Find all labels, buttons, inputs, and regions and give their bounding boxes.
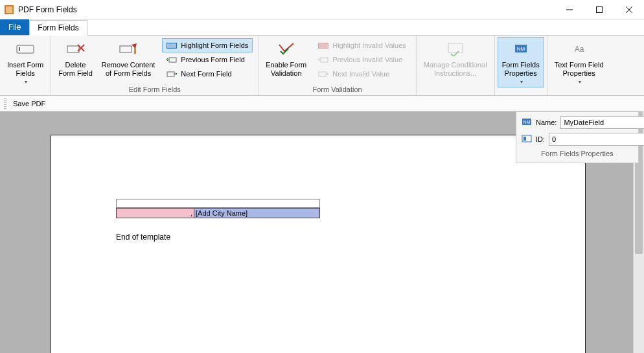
tab-file[interactable]: File — [0, 19, 29, 35]
end-of-template-text: End of template — [116, 233, 170, 242]
delete-form-field-button[interactable]: Delete Form Field — [54, 37, 97, 80]
insert-form-fields-button[interactable]: Insert Form Fields ▾ — [3, 37, 48, 87]
name-property-icon: NM — [522, 117, 532, 128]
properties-panel-title: Form Fields Properties — [522, 150, 633, 157]
svg-rect-15 — [167, 72, 174, 76]
remove-content-icon — [118, 39, 139, 60]
chevron-down-icon: ▾ — [579, 79, 581, 85]
svg-rect-14 — [169, 58, 176, 62]
svg-text:Aa: Aa — [574, 45, 584, 54]
form-field-city-part[interactable]: [Add City Name] — [194, 209, 319, 218]
form-fields-properties-icon: NM — [511, 39, 531, 60]
svg-rect-1 — [6, 6, 12, 13]
highlight-invalid-values-icon — [318, 40, 328, 51]
svg-text:NM: NM — [516, 46, 525, 52]
svg-rect-17 — [321, 58, 328, 62]
document-workspace: , [Add City Name] End of template NM Nam… — [0, 111, 644, 353]
form-field-date-part[interactable]: , — [117, 209, 194, 218]
svg-rect-18 — [319, 72, 326, 76]
text-form-field-properties-button[interactable]: Aa Text Form Field Properties ▾ — [550, 37, 608, 87]
next-invalid-value-icon — [318, 69, 328, 79]
ribbon: Insert Form Fields ▾ Delete Form Field R… — [0, 35, 644, 96]
form-field-row: , [Add City Name] — [116, 199, 320, 218]
toolbar-gripper — [4, 98, 6, 109]
minimize-button[interactable] — [555, 0, 584, 19]
highlight-form-fields-icon — [167, 40, 177, 51]
form-fields-properties-panel: NM Name: ID: Form Fields Properties — [516, 111, 639, 163]
svg-rect-19 — [448, 43, 463, 52]
previous-form-field-icon — [167, 54, 177, 65]
next-invalid-value-button[interactable]: Next Invalid Value — [314, 67, 411, 81]
enable-form-validation-button[interactable]: Enable Form Validation — [261, 37, 311, 80]
previous-invalid-value-icon — [318, 54, 328, 65]
svg-rect-3 — [597, 6, 603, 12]
delete-form-field-icon — [65, 39, 86, 60]
remove-content-button[interactable]: Remove Content of Form Fields — [97, 37, 160, 80]
svg-text:NM: NM — [523, 120, 531, 124]
manage-conditional-instructions-button[interactable]: Manage Conditional Instructions... — [419, 37, 492, 80]
svg-rect-13 — [167, 43, 177, 49]
next-form-field-icon — [167, 69, 177, 79]
name-property-input[interactable] — [560, 116, 644, 129]
insert-form-fields-icon — [15, 39, 36, 60]
chevron-down-icon: ▾ — [25, 79, 27, 85]
form-fields-properties-button[interactable]: NM Form Fields Properties ▾ — [498, 37, 544, 87]
title-bar: PDF Form Fields — [0, 0, 644, 19]
svg-rect-11 — [120, 46, 132, 52]
id-property-input[interactable] — [549, 133, 644, 146]
previous-invalid-value-button[interactable]: Previous Invalid Value — [314, 52, 411, 67]
pdf-page[interactable]: , [Add City Name] End of template — [51, 135, 586, 353]
form-validation-group-label: Form Validation — [261, 85, 413, 95]
text-form-field-properties-icon: Aa — [569, 39, 590, 60]
enable-form-validation-icon — [276, 39, 297, 60]
next-form-field-button[interactable]: Next Form Field — [162, 67, 253, 81]
window-title: PDF Form Fields — [18, 5, 77, 14]
svg-rect-12 — [134, 47, 136, 54]
id-property-icon — [522, 134, 532, 144]
save-toolbar: Save PDF — [0, 96, 644, 111]
manage-conditional-instructions-icon — [445, 39, 466, 60]
id-property-label: ID: — [536, 135, 545, 143]
chevron-down-icon: ▾ — [520, 79, 523, 85]
maximize-button[interactable] — [584, 0, 614, 19]
form-field-top-box[interactable] — [116, 199, 320, 208]
svg-rect-16 — [319, 43, 328, 49]
svg-rect-8 — [67, 46, 79, 52]
form-field-highlighted[interactable]: , [Add City Name] — [116, 208, 320, 218]
save-pdf-button[interactable]: Save PDF — [9, 98, 49, 109]
edit-form-fields-group-label: Edit Form Fields — [54, 85, 255, 95]
previous-form-field-button[interactable]: Previous Form Field — [162, 52, 253, 67]
svg-rect-7 — [19, 47, 20, 51]
close-button[interactable] — [614, 0, 644, 19]
app-icon — [4, 5, 14, 15]
svg-rect-26 — [523, 137, 526, 141]
name-property-label: Name: — [536, 119, 557, 126]
highlight-form-fields-button[interactable]: Highlight Form Fields — [162, 38, 253, 52]
tab-strip: File Form Fields — [0, 19, 644, 35]
tab-form-fields[interactable]: Form Fields — [29, 20, 87, 36]
highlight-invalid-values-button[interactable]: Highlight Invalid Values — [314, 38, 411, 52]
